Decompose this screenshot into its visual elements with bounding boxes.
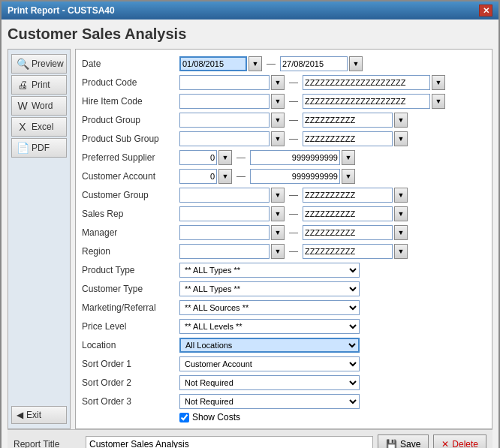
sales-rep-row: Sales Rep ▼ — ▼ bbox=[82, 206, 486, 222]
product-type-row: Product Type ** ALL Types ** bbox=[82, 262, 486, 278]
word-button[interactable]: W Word bbox=[11, 96, 67, 116]
customer-type-select[interactable]: ** ALL Types ** bbox=[179, 281, 360, 296]
hire-item-code-to-input[interactable] bbox=[303, 94, 430, 109]
product-sub-group-from-input[interactable] bbox=[179, 131, 270, 146]
report-title-row: Report Title 💾 Save ✕ Delete bbox=[14, 434, 486, 448]
page-title: Customer Sales Analysis bbox=[8, 26, 492, 43]
preview-label: Preview bbox=[32, 59, 64, 69]
save-button[interactable]: 💾 Save bbox=[378, 434, 429, 448]
region-to-dropdown[interactable]: ▼ bbox=[394, 244, 408, 259]
product-code-to-dropdown[interactable]: ▼ bbox=[432, 75, 445, 90]
customer-group-to-input[interactable] bbox=[303, 188, 393, 203]
region-to-input[interactable] bbox=[303, 244, 393, 259]
pdf-button[interactable]: 📄 PDF bbox=[11, 138, 67, 158]
exit-button[interactable]: ◀ Exit bbox=[11, 406, 67, 424]
customer-group-from-input[interactable] bbox=[179, 188, 270, 203]
preferred-supplier-from-dropdown[interactable]: ▼ bbox=[218, 150, 232, 165]
hire-item-code-from-dropdown[interactable]: ▼ bbox=[271, 94, 285, 109]
hire-item-code-label: Hire Item Code bbox=[82, 96, 179, 107]
marketing-referral-select[interactable]: ** ALL Sources ** bbox=[179, 300, 360, 315]
region-from-dropdown[interactable]: ▼ bbox=[271, 244, 285, 259]
product-code-from-input[interactable] bbox=[179, 75, 270, 90]
customer-account-from-input[interactable] bbox=[179, 169, 217, 184]
customer-account-to-input[interactable] bbox=[250, 169, 340, 184]
sidebar: 🔍 Preview 🖨 Print W Word X Excel 📄 bbox=[8, 49, 71, 429]
region-label: Region bbox=[82, 246, 179, 257]
sort-order-3-select[interactable]: Not Required bbox=[179, 394, 360, 409]
sort-order-3-label: Sort Order 3 bbox=[82, 396, 179, 407]
product-sub-group-from-dropdown[interactable]: ▼ bbox=[271, 131, 285, 146]
product-sub-group-to-dropdown[interactable]: ▼ bbox=[394, 131, 408, 146]
exit-icon: ◀ bbox=[17, 410, 23, 420]
preferred-supplier-from-input[interactable] bbox=[179, 150, 217, 165]
product-group-to-input[interactable] bbox=[303, 113, 393, 128]
customer-group-to-dropdown[interactable]: ▼ bbox=[394, 188, 408, 203]
sales-rep-to-dropdown[interactable]: ▼ bbox=[394, 206, 408, 221]
sales-rep-to-input[interactable] bbox=[303, 206, 393, 221]
preview-icon: 🔍 bbox=[17, 58, 29, 70]
bottom-panel: Report Title 💾 Save ✕ Delete Report Foot… bbox=[8, 429, 492, 448]
excel-label: Excel bbox=[32, 122, 53, 132]
customer-account-from-dropdown[interactable]: ▼ bbox=[218, 169, 232, 184]
date-to-input[interactable] bbox=[280, 56, 348, 71]
delete-icon: ✕ bbox=[441, 439, 449, 448]
report-title-input[interactable] bbox=[86, 436, 373, 448]
sort-order-1-label: Sort Order 1 bbox=[82, 359, 179, 369]
preferred-supplier-controls: ▼ — ▼ bbox=[179, 150, 486, 165]
date-to-dropdown[interactable]: ▼ bbox=[349, 56, 363, 71]
delete-button[interactable]: ✕ Delete bbox=[433, 434, 486, 448]
price-level-select[interactable]: ** ALL Levels ** bbox=[179, 319, 360, 334]
manager-to-input[interactable] bbox=[303, 225, 393, 240]
product-group-to-dropdown[interactable]: ▼ bbox=[394, 113, 408, 128]
location-select[interactable]: All Locations bbox=[179, 338, 360, 353]
show-costs-row: Show Costs bbox=[82, 412, 486, 422]
price-level-row: Price Level ** ALL Levels ** bbox=[82, 318, 486, 335]
customer-account-label: Customer Account bbox=[82, 171, 179, 182]
print-button[interactable]: 🖨 Print bbox=[11, 75, 67, 95]
product-group-from-input[interactable] bbox=[179, 113, 270, 128]
date-from-input[interactable] bbox=[179, 56, 247, 71]
region-from-input[interactable] bbox=[179, 244, 270, 259]
customer-type-label: Customer Type bbox=[82, 284, 179, 294]
product-group-from-dropdown[interactable]: ▼ bbox=[271, 113, 285, 128]
hire-item-code-from-input[interactable] bbox=[179, 94, 270, 109]
product-code-to-input[interactable] bbox=[303, 75, 430, 90]
sort-order-2-select[interactable]: Not Required bbox=[179, 375, 360, 390]
sales-rep-label: Sales Rep bbox=[82, 209, 179, 219]
customer-account-to-dropdown[interactable]: ▼ bbox=[342, 169, 355, 184]
preferred-supplier-to-dropdown[interactable]: ▼ bbox=[342, 150, 355, 165]
sort-order-1-controls: Customer Account bbox=[179, 356, 486, 371]
pdf-icon: 📄 bbox=[17, 142, 29, 154]
price-level-label: Price Level bbox=[82, 321, 179, 332]
product-sub-group-to-input[interactable] bbox=[303, 131, 393, 146]
preferred-supplier-to-input[interactable] bbox=[250, 150, 340, 165]
save-icon: 💾 bbox=[386, 439, 397, 448]
save-label: Save bbox=[400, 439, 420, 448]
product-type-select[interactable]: ** ALL Types ** bbox=[179, 263, 360, 278]
sort-order-1-select[interactable]: Customer Account bbox=[179, 356, 360, 371]
customer-group-label: Customer Group bbox=[82, 190, 179, 200]
customer-group-from-dropdown[interactable]: ▼ bbox=[271, 188, 285, 203]
location-label: Location bbox=[82, 340, 179, 350]
product-sub-group-label: Product Sub Group bbox=[82, 134, 179, 144]
date-from-dropdown[interactable]: ▼ bbox=[248, 56, 262, 71]
manager-from-dropdown[interactable]: ▼ bbox=[271, 225, 285, 240]
excel-button[interactable]: X Excel bbox=[11, 117, 67, 137]
manager-to-dropdown[interactable]: ▼ bbox=[394, 225, 408, 240]
word-icon: W bbox=[17, 100, 29, 112]
sales-rep-from-dropdown[interactable]: ▼ bbox=[271, 206, 285, 221]
product-type-label: Product Type bbox=[82, 265, 179, 275]
show-costs-checkbox[interactable] bbox=[179, 413, 189, 422]
delete-label: Delete bbox=[452, 439, 478, 448]
close-button[interactable]: ✕ bbox=[479, 5, 492, 17]
sales-rep-from-input[interactable] bbox=[179, 206, 270, 221]
product-sub-group-controls: ▼ — ▼ bbox=[179, 131, 486, 146]
preview-button[interactable]: 🔍 Preview bbox=[11, 54, 67, 74]
manager-from-input[interactable] bbox=[179, 225, 270, 240]
product-type-controls: ** ALL Types ** bbox=[179, 263, 486, 278]
preferred-supplier-label: Preferred Supplier bbox=[82, 152, 179, 163]
hire-item-code-to-dropdown[interactable]: ▼ bbox=[432, 94, 445, 109]
customer-group-controls: ▼ — ▼ bbox=[179, 188, 486, 203]
location-row: Location All Locations bbox=[82, 337, 486, 353]
product-code-from-dropdown[interactable]: ▼ bbox=[271, 75, 285, 90]
